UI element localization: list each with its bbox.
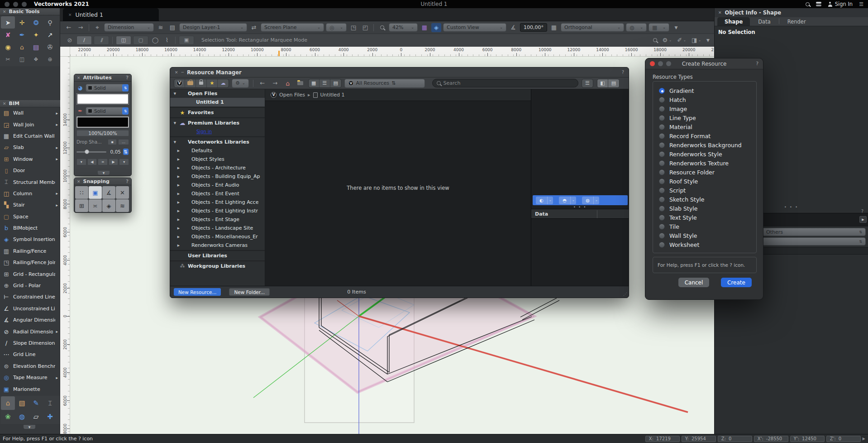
spotlight-search-icon[interactable] — [806, 2, 810, 6]
plane-toggle-icon[interactable] — [249, 23, 259, 32]
bim-tool-item[interactable]: ◲ Wall Join ▸ — [0, 119, 60, 130]
annotation-dropdown-icon[interactable]: ⌄ — [677, 37, 686, 43]
basic-tool-button[interactable]: ⊕ — [43, 53, 57, 65]
resource-type-option[interactable]: Gradient — [653, 86, 756, 95]
snap-toggle-button[interactable]: ∷ — [75, 186, 88, 199]
palette-collapse-tab[interactable]: ▼ — [24, 425, 35, 429]
tree-item[interactable]: ▶ Objects - Ent Lighting Acce — [170, 198, 265, 207]
workgroup-icon[interactable] — [185, 79, 196, 87]
expand-icon[interactable]: ▶ — [176, 175, 181, 178]
snap-toggle-button[interactable]: ✕ — [116, 186, 129, 199]
home-icon[interactable] — [283, 79, 293, 88]
tree-item[interactable] — [170, 107, 265, 108]
toolbar-overflow-icon[interactable] — [671, 23, 681, 32]
fill-color-swatch[interactable] — [76, 93, 129, 105]
resource-type-option[interactable]: Renderworks Style — [653, 149, 756, 159]
snap-toggle-button[interactable]: ≍ — [89, 199, 102, 212]
close-icon[interactable]: ✕ — [718, 10, 722, 15]
resource-type-option[interactable]: Renderworks Background — [653, 140, 756, 149]
bim-tool-item[interactable]: ⊞ Grid - Rectangular — [0, 268, 60, 279]
tree-item[interactable]: ▶ Objects - Ent Stage — [170, 215, 265, 224]
drop-shadow-options-button[interactable]: … — [118, 139, 129, 145]
help-icon[interactable]: ? — [126, 179, 129, 184]
tree-item[interactable] — [170, 117, 265, 118]
bim-tool-item[interactable]: ⊕ Grid - Polar — [0, 280, 60, 291]
attr-next-dropdown[interactable]: ▾ — [119, 159, 129, 165]
fill-style-dropdown[interactable]: Solid ⇅ — [86, 84, 129, 92]
bim-tool-item[interactable]: ▢ Space — [0, 211, 60, 222]
zoom-icon[interactable] — [377, 23, 387, 32]
expand-icon[interactable]: ▶ — [176, 149, 181, 153]
render-mode-dropdown[interactable]: ◍⌄ — [626, 23, 647, 32]
tree-item[interactable]: ▶ Objects - Landscape Site — [170, 224, 265, 232]
tree-item[interactable] — [170, 260, 265, 261]
coordinate-field[interactable]: X: 17219 — [645, 436, 680, 442]
expand-icon[interactable]: ▶ — [176, 209, 181, 213]
detail-view-icon[interactable] — [330, 79, 341, 87]
basic-tool-button[interactable]: ✦ — [29, 29, 43, 41]
resource-type-option[interactable]: Image — [653, 104, 756, 113]
expand-icon[interactable]: ▶ — [176, 158, 181, 161]
dialog-help-icon[interactable]: ? — [756, 61, 758, 67]
expand-icon[interactable]: ▶ — [176, 166, 181, 170]
basic-tool-button[interactable]: ✛ — [15, 16, 29, 29]
bim-tool-item[interactable]: ▱ Slab ▸ — [0, 142, 60, 153]
resource-type-option[interactable]: Hatch — [653, 95, 756, 104]
bim-tool-item[interactable]: ∕ Slope Dimension — [0, 337, 60, 349]
preview-toggle-icon[interactable] — [582, 79, 593, 87]
close-icon[interactable]: ✕ — [175, 70, 178, 75]
tree-item[interactable]: ▶ Defaults — [170, 146, 265, 155]
fit-view-icon[interactable] — [360, 23, 370, 32]
tab-data[interactable]: Data — [751, 17, 777, 26]
snap-toggle-button[interactable]: ◈ — [102, 199, 115, 212]
forward-icon[interactable] — [270, 79, 280, 88]
polygon-marquee-icon[interactable] — [162, 36, 172, 45]
render-mode-dropdown-1[interactable]: ◐⌄ — [536, 197, 553, 204]
tree-item[interactable]: Favorites — [170, 108, 265, 117]
tab-render[interactable]: Render — [780, 17, 813, 26]
bim-tool-item[interactable]: ∡ Angular Dimension — [0, 314, 60, 326]
new-resource-button[interactable]: New Resource... — [174, 288, 221, 296]
tree-item[interactable]: User Libraries — [170, 251, 265, 260]
resource-type-option[interactable]: Script — [653, 186, 756, 195]
line-weight-stepper[interactable]: ⇅ — [123, 148, 129, 155]
active-layer-dropdown[interactable]: Design Layer-1⌄ — [179, 23, 247, 32]
slider-knob[interactable] — [85, 149, 89, 154]
tool-set-button[interactable]: ✚ — [43, 410, 57, 424]
drop-shadow-toggle[interactable]: ▪ — [108, 139, 117, 145]
basic-tool-button[interactable]: ▤ — [29, 41, 43, 53]
pen-color-swatch[interactable] — [76, 116, 129, 128]
bim-tool-item[interactable]: ⋯ Grid Line — [0, 349, 60, 360]
mode-bar-overflow-icon[interactable] — [706, 38, 710, 43]
marquee-mode-rectangular[interactable] — [116, 36, 131, 45]
zoom-level-dropdown[interactable]: 42%⌄ — [389, 23, 418, 32]
resource-filter-dropdown[interactable]: All Resources ⇅ — [344, 79, 425, 88]
current-view-dropdown[interactable]: Custom View⌄ — [443, 23, 506, 32]
coordinate-field[interactable]: X': -28550 — [754, 436, 788, 442]
expand-icon[interactable]: ▼ — [173, 121, 177, 125]
resource-type-option[interactable]: Text Style — [653, 213, 756, 222]
rotation-icon[interactable] — [508, 23, 518, 32]
tool-set-button[interactable]: ❀ — [1, 410, 15, 424]
tab-close-icon[interactable]: ✕ — [68, 13, 72, 17]
new-folder-button[interactable]: New Folder... — [229, 288, 270, 296]
list-view-icon[interactable] — [320, 79, 330, 87]
bim-tool-item[interactable]: ▣ Marionette — [0, 383, 60, 395]
unified-view-icon[interactable] — [420, 23, 429, 32]
basic-tool-button[interactable]: ✂ — [1, 53, 15, 65]
expand-icon[interactable]: ▶ — [176, 218, 181, 222]
bim-tool-item[interactable]: ▥ Railing/Fence — [0, 246, 60, 257]
render-mode-dropdown-2[interactable]: ◓⌄ — [559, 197, 576, 204]
render-dropdown-icon[interactable]: ⌄ — [692, 37, 701, 43]
expand-icon[interactable]: ▶ — [176, 226, 181, 230]
tree-item[interactable]: ▶ Objects - Building Equip_Ap — [170, 172, 265, 181]
resource-type-option[interactable]: Sketch Style — [653, 195, 756, 204]
render-style-dropdown[interactable]: ▦⌄ — [649, 23, 669, 32]
tree-item[interactable]: Workgroup Libraries — [170, 262, 265, 270]
expand-icon[interactable]: ▶ — [176, 183, 181, 187]
tree-item[interactable]: ▶ Objects - Ent Lighting Instr — [170, 207, 265, 215]
tool-set-button[interactable]: ▧ — [15, 396, 29, 410]
active-plane-dropdown[interactable]: Screen Plane⌄ — [261, 23, 324, 32]
fill-style-stepper[interactable]: ⇅ — [122, 84, 129, 91]
expand-right-icon[interactable]: ▶ — [859, 216, 867, 223]
